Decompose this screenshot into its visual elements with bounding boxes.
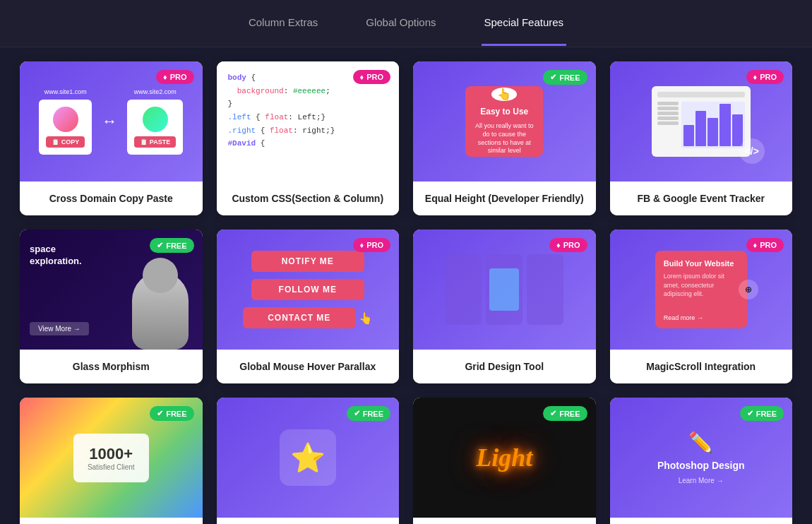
card-custom-css[interactable]: ♦ PRO body { background: #eeeeee; } .lef… (217, 61, 400, 215)
magic-card-preview: Build Your Website Lorem ipsum dolor sit… (655, 251, 747, 328)
badge-pro-cross-domain: ♦ PRO (156, 70, 193, 84)
star-icon: ⭐ (280, 429, 336, 486)
follow-button-preview: FOLLOW ME (251, 279, 364, 300)
check-icon-photoshop: ✔ (747, 409, 753, 418)
view-more-button: View More → (30, 322, 89, 335)
nav-column-extras[interactable]: Column Extras (246, 1, 321, 46)
badge-pro-fb: ♦ PRO (746, 70, 784, 84)
badge-pro-magic: ♦ PRO (746, 238, 784, 252)
badge-pro-hover: ♦ PRO (353, 238, 390, 252)
card-label-magic: MagicScroll Integration (610, 350, 793, 383)
learn-more-link[interactable]: Learn More → (679, 477, 724, 484)
badge-free-star: ✔ FREE (347, 406, 390, 421)
card-label-neon (413, 518, 596, 524)
card-label-grid: Grid Design Tool (413, 350, 596, 383)
nav-bar: Column Extras Global Options Special Fea… (0, 0, 812, 47)
diamond-icon-fb: ♦ (753, 73, 758, 81)
card-magic-scroll[interactable]: ♦ PRO Build Your Website Lorem ipsum dol… (610, 230, 793, 383)
card-thumb-magic: ♦ PRO Build Your Website Lorem ipsum dol… (610, 230, 793, 350)
nav-global-options[interactable]: Global Options (363, 1, 438, 46)
copy-btn: 📋 COPY (46, 136, 85, 148)
badge-free-photoshop: ✔ FREE (740, 406, 784, 421)
notify-button-preview: NOTIFY ME (251, 251, 364, 272)
card-label-star (217, 518, 400, 524)
photoshop-design-text: Photoshop Design (657, 460, 745, 471)
cards-grid: ♦ PRO www.site1.com 📋 COPY ↔ www.site2.c… (0, 47, 812, 524)
card-cross-domain[interactable]: ♦ PRO www.site1.com 📋 COPY ↔ www.site2.c… (20, 61, 203, 215)
diamond-icon-grid: ♦ (556, 241, 561, 249)
neon-light-text: Light (476, 443, 532, 472)
card-thumb-custom-css: ♦ PRO body { background: #eeeeee; } .lef… (217, 61, 400, 181)
card-thumb-star: ✔ FREE ⭐ (217, 398, 400, 518)
paste-btn: 📋 PASTE (134, 136, 176, 148)
space-exploration-text: spaceexploration. (30, 244, 82, 268)
card-thumb-hover: ♦ PRO NOTIFY ME FOLLOW ME CONTACT ME 👆 (217, 230, 400, 350)
card-counter[interactable]: ✔ FREE 1000+ Satisfied Client (20, 398, 203, 524)
badge-free-neon: ✔ FREE (543, 406, 587, 421)
card-label-fb-google: FB & Google Event Tracker (610, 181, 793, 215)
card-neon[interactable]: ✔ FREE Light (413, 398, 596, 524)
card-fb-google[interactable]: ♦ PRO (610, 61, 793, 215)
card-label-counter (20, 518, 203, 524)
nav-special-features[interactable]: Special Features (482, 1, 567, 46)
card-thumb-fb-google: ♦ PRO (610, 61, 793, 181)
badge-free-glass: ✔ FREE (150, 238, 193, 253)
astronaut-image (132, 258, 196, 350)
browser-mockup (652, 86, 751, 157)
check-icon-eq: ✔ (550, 73, 556, 82)
pen-icon: ✏️ (688, 431, 713, 454)
scroll-icon: ⊕ (739, 280, 758, 299)
cursor-icon: 👆 (359, 311, 373, 325)
card-thumb-counter: ✔ FREE 1000+ Satisfied Client (20, 398, 203, 518)
card-label-glass: Glass Morphism (20, 350, 203, 383)
check-icon-glass: ✔ (157, 241, 163, 250)
card-label-custom-css: Custom CSS(Section & Column) (217, 181, 400, 215)
diamond-icon-magic: ♦ (753, 241, 758, 249)
diamond-icon: ♦ (163, 73, 167, 81)
touch-icon: 👆 (491, 88, 517, 101)
counter-preview: 1000+ Satisfied Client (73, 434, 149, 482)
diamond-icon-css: ♦ (360, 73, 364, 81)
check-icon-neon: ✔ (550, 409, 556, 418)
check-icon-counter: ✔ (157, 409, 163, 418)
card-thumb-equal-height: ✔ FREE 👆 Easy to Use All you really want… (413, 61, 596, 181)
equal-height-preview: 👆 Easy to Use All you really want to do … (465, 86, 543, 157)
card-label-cross-domain: Cross Domain Copy Paste (20, 181, 203, 215)
card-label-photoshop (610, 518, 793, 524)
badge-pro-grid: ♦ PRO (549, 238, 587, 252)
code-tag-icon: </> (739, 138, 765, 164)
card-label-equal-height: Equal Height (Developer Friendly) (413, 181, 596, 215)
card-star[interactable]: ✔ FREE ⭐ (217, 398, 400, 524)
card-grid-design[interactable]: ♦ PRO Grid Design Tool (413, 230, 596, 383)
badge-free-equal-height: ✔ FREE (543, 70, 587, 85)
diamond-icon-hover: ♦ (360, 241, 364, 249)
card-glass-morphism[interactable]: ✔ FREE spaceexploration. View More → Gla… (20, 230, 203, 383)
card-equal-height[interactable]: ✔ FREE 👆 Easy to Use All you really want… (413, 61, 596, 215)
card-global-hover[interactable]: ♦ PRO NOTIFY ME FOLLOW ME CONTACT ME 👆 G… (217, 230, 400, 383)
card-label-hover: Global Mouse Hover Parallax (217, 350, 400, 383)
grid-columns-preview (438, 247, 571, 332)
badge-pro-custom-css: ♦ PRO (353, 70, 390, 84)
badge-free-counter: ✔ FREE (150, 406, 193, 421)
card-thumb-neon: ✔ FREE Light (413, 398, 596, 518)
card-thumb-cross-domain: ♦ PRO www.site1.com 📋 COPY ↔ www.site2.c… (20, 61, 203, 181)
card-photoshop[interactable]: ✔ FREE ✏️ Photoshop Design Learn More → (610, 398, 793, 524)
card-thumb-glass: ✔ FREE spaceexploration. View More → (20, 230, 203, 350)
card-thumb-photoshop: ✔ FREE ✏️ Photoshop Design Learn More → (610, 398, 793, 518)
contact-button-preview: CONTACT ME (243, 307, 356, 328)
check-icon-star: ✔ (354, 409, 360, 418)
card-thumb-grid: ♦ PRO (413, 230, 596, 350)
